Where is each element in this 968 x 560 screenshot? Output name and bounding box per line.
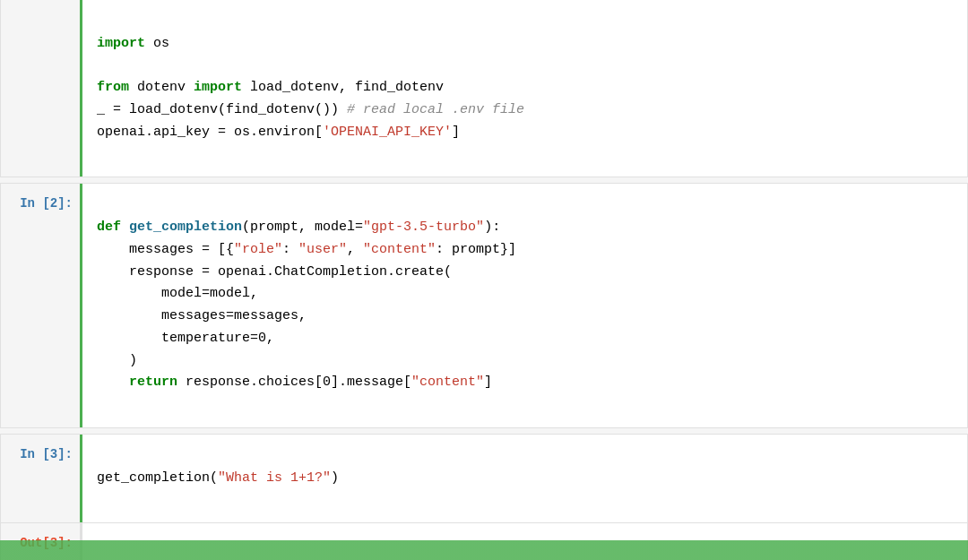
- cell-content-in2[interactable]: def get_completion(prompt, model="gpt-3.…: [80, 184, 967, 427]
- code-line: messages=messages,: [97, 308, 307, 323]
- code-line: _ = load_dotenv(find_dotenv()) # read lo…: [97, 102, 524, 117]
- cell-top: import os from dotenv import load_dotenv…: [0, 0, 968, 177]
- code-line: return response.choices[0].message["cont…: [97, 375, 492, 390]
- bottom-bar: [0, 540, 968, 560]
- code-line: ): [97, 353, 137, 368]
- code-line: openai.api_key = os.environ['OPENAI_API_…: [97, 125, 460, 140]
- code-line: model=model,: [97, 286, 258, 301]
- cell-in3: In [3]: get_completion("What is 1+1?"): [0, 434, 968, 523]
- code-line: def get_completion(prompt, model="gpt-3.…: [97, 220, 500, 235]
- cell-label-top: [1, 0, 80, 177]
- code-line: response = openai.ChatCompletion.create(: [97, 264, 452, 280]
- code-line: temperature=0,: [97, 331, 274, 346]
- cell-label-in3: In [3]:: [1, 435, 80, 522]
- cell-content-top: import os from dotenv import load_dotenv…: [80, 0, 967, 177]
- code-line: from dotenv import load_dotenv, find_dot…: [97, 80, 444, 95]
- cell-label-in2: In [2]:: [1, 184, 80, 427]
- code-line: import os: [97, 36, 169, 51]
- code-line: get_completion("What is 1+1?"): [97, 470, 339, 486]
- cell-content-in3[interactable]: get_completion("What is 1+1?"): [80, 435, 967, 522]
- code-line: messages = [{"role": "user", "content": …: [97, 242, 516, 257]
- notebook: import os from dotenv import load_dotenv…: [0, 0, 968, 560]
- cell-in2: In [2]: def get_completion(prompt, model…: [0, 183, 968, 428]
